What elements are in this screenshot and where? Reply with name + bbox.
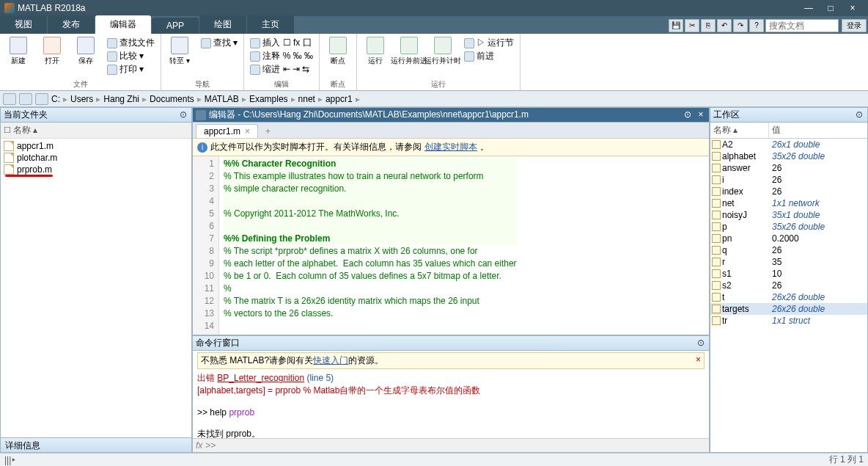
nav-back-icon[interactable] [3, 93, 16, 105]
undo-toolbar-icon[interactable]: ↶ [717, 19, 732, 32]
editor-panel: 编辑器 - C:\Users\Hang Zhi\Documents\MATLAB… [192, 107, 710, 335]
save-toolbar-icon[interactable]: 💾 [669, 19, 683, 32]
breadcrumb[interactable]: C:▸Users▸Hang Zhi▸Documents▸MATLAB▸Examp… [51, 94, 360, 104]
files-col-header[interactable]: ☐ 名称 ▴ [1, 123, 191, 139]
code-editor[interactable]: 123456789101112131415 —1617 %% Character… [193, 156, 709, 335]
redo-toolbar-icon[interactable]: ↷ [733, 19, 748, 32]
workspace-row[interactable]: answer26 [710, 162, 867, 174]
breadcrumb-seg[interactable]: Documents [150, 94, 194, 104]
login-button[interactable]: 登录 [842, 19, 867, 32]
panel-menu-icon[interactable]: ⊙ [178, 110, 188, 120]
workspace-menu-icon[interactable]: ⊙ [854, 110, 864, 120]
breadcrumb-seg[interactable]: appcr1 [326, 94, 353, 104]
main-tab-APP[interactable]: APP [152, 18, 199, 34]
workspace-row[interactable]: index26 [710, 186, 867, 197]
tab-close-icon[interactable]: × [245, 126, 250, 136]
ribbon-small-▷ 运行节[interactable]: ▷ 运行节 [461, 37, 517, 49]
var-icon [712, 293, 721, 302]
breadcrumb-seg[interactable]: C: [51, 94, 60, 104]
ribbon-icon [329, 37, 347, 54]
ribbon-small-注释 % ‰ ‰[interactable]: 注释 % ‰ ‰ [247, 50, 316, 62]
main-tab-绘图[interactable]: 绘图 [199, 15, 246, 34]
editor-header: 编辑器 - C:\Users\Hang Zhi\Documents\MATLAB… [193, 108, 709, 123]
workspace-row[interactable]: alphabet35x26 double [710, 150, 867, 162]
file-row[interactable]: prprob.m [4, 164, 188, 175]
search-input[interactable] [765, 19, 839, 32]
breadcrumb-seg[interactable]: nnet [298, 94, 315, 104]
workspace-row[interactable]: t26x26 double [710, 291, 867, 303]
ribbon-small-查找文件[interactable]: 查找文件 [104, 37, 158, 49]
ribbon-small-打印 ▾[interactable]: 打印 ▾ [104, 63, 158, 76]
command-window[interactable]: 不熟悉 MATLAB?请参阅有关快速入门的资源。 × 出错 BP_Letter_… [193, 351, 709, 438]
ribbon-small-比较 ▾[interactable]: 比较 ▾ [104, 50, 158, 62]
quickstart-link[interactable]: 快速入门 [313, 355, 348, 365]
ribbon-small-插入 ☐ fx 囗[interactable]: 插入 ☐ fx 囗 [247, 37, 316, 49]
main-tab-发布[interactable]: 发布 [48, 15, 95, 34]
ribbon-btn-打开[interactable]: 打开 [37, 35, 67, 66]
breadcrumb-seg[interactable]: Hang Zhi [103, 94, 139, 104]
var-icon [712, 211, 721, 219]
create-live-script-link[interactable]: 创建实时脚本 [424, 141, 477, 153]
ribbon-btn-新建[interactable]: 新建 [3, 35, 34, 66]
workspace-row[interactable]: noisyJ35x1 double [710, 209, 867, 221]
main-tab-编辑器[interactable]: 编辑器 [95, 15, 151, 34]
error-file-link[interactable]: BP_Letter_recognition [217, 373, 304, 383]
ribbon-btn-运行并计时[interactable]: 运行并计时 [427, 35, 458, 66]
workspace-row[interactable]: p35x26 double [710, 221, 867, 233]
tab-add-button[interactable]: + [260, 125, 276, 138]
ribbon-btn-保存[interactable]: 保存 [70, 35, 101, 66]
ribbon-small-查找 ▾[interactable]: 查找 ▾ [198, 37, 240, 49]
small-icon [464, 38, 474, 48]
close-button[interactable]: × [842, 3, 864, 13]
file-row[interactable]: appcr1.m [4, 140, 188, 152]
maximize-button[interactable]: □ [820, 3, 842, 13]
workspace-row[interactable]: s226 [710, 280, 867, 291]
ribbon: 新建打开保存查找文件比较 ▾打印 ▾文件转至 ▾查找 ▾导航插入 ☐ fx 囗注… [0, 34, 868, 91]
copy-toolbar-icon[interactable]: ⎘ [701, 19, 716, 32]
breadcrumb-seg[interactable]: Examples [249, 94, 288, 104]
ribbon-btn-转至 ▾[interactable]: 转至 ▾ [164, 35, 195, 66]
workspace-row[interactable]: targets26x26 double [710, 303, 867, 315]
main-tab-视图[interactable]: 视图 [0, 15, 47, 34]
ribbon-btn-运行并前进[interactable]: 运行并前进 [394, 35, 424, 66]
file-row[interactable]: plotchar.m [4, 152, 188, 164]
info-icon: i [197, 142, 207, 153]
breadcrumb-seg[interactable]: Users [70, 94, 93, 104]
ribbon-small-缩进 ⇤ ⇥ ⇆[interactable]: 缩进 ⇤ ⇥ ⇆ [247, 63, 316, 76]
editor-menu-icon[interactable]: ⊙ [683, 110, 693, 120]
ribbon-small-前进[interactable]: 前进 [461, 50, 517, 62]
file-list: appcr1.mplotchar.mprprob.m [1, 139, 191, 437]
editor-file-tabs: appcr1.m× + [193, 123, 709, 139]
ribbon-btn-断点[interactable]: 断点 [323, 35, 353, 66]
workspace-grid: 名称 ▴值 A226x1 doublealphabet35x26 doublea… [710, 123, 867, 452]
cmd-menu-icon[interactable]: ⊙ [696, 338, 706, 349]
command-prompt[interactable]: fx>> [193, 438, 709, 452]
workspace-row[interactable]: q26 [710, 244, 867, 256]
ribbon-icon [77, 37, 95, 54]
help-toolbar-icon[interactable]: ? [749, 19, 764, 32]
workspace-row[interactable]: net1x1 network [710, 197, 867, 209]
minimize-button[interactable]: — [798, 3, 820, 13]
workspace-row[interactable]: r35 [710, 256, 867, 268]
nav-fwd-icon[interactable] [19, 93, 32, 105]
workspace-row[interactable]: tr1x1 struct [710, 315, 867, 327]
ribbon-btn-运行[interactable]: 运行 [360, 35, 391, 66]
workspace-row[interactable]: s110 [710, 268, 867, 280]
workspace-row[interactable]: A226x1 double [710, 139, 867, 150]
folder-open-icon[interactable] [35, 93, 48, 105]
breadcrumb-seg[interactable]: MATLAB [205, 94, 239, 104]
var-icon [712, 234, 721, 243]
var-icon [712, 269, 721, 278]
details-header[interactable]: 详细信息 [1, 437, 191, 452]
editor-close-icon[interactable]: × [696, 110, 706, 120]
workspace-columns[interactable]: 名称 ▴值 [710, 123, 867, 139]
ribbon-icon [367, 37, 384, 54]
banner-close-icon[interactable]: × [696, 354, 701, 365]
cut-toolbar-icon[interactable]: ✂ [685, 19, 699, 32]
var-icon [712, 140, 721, 149]
main-tab-主页[interactable]: 主页 [247, 15, 294, 34]
workspace-row[interactable]: i26 [710, 174, 867, 186]
var-icon [712, 258, 721, 266]
tab-appcr1[interactable]: appcr1.m× [196, 124, 258, 138]
workspace-row[interactable]: pn0.2000 [710, 233, 867, 244]
